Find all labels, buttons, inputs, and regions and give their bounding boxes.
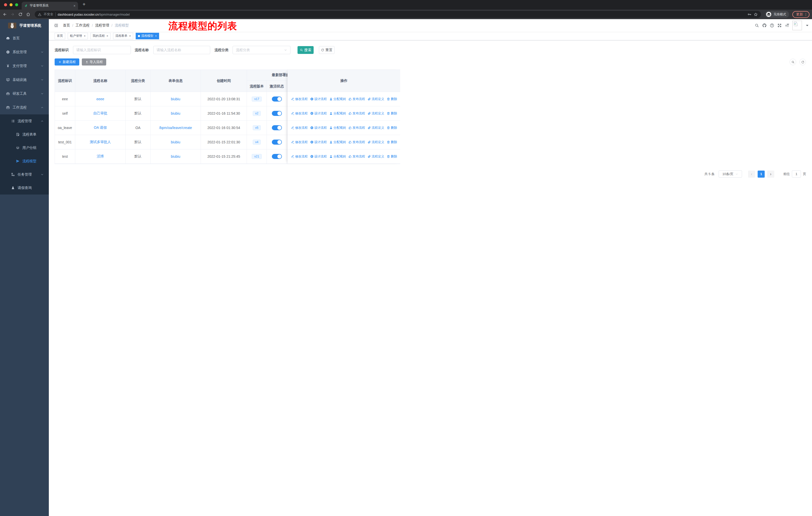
process-name-link[interactable]: 自己审批 (93, 111, 108, 116)
active-toggle[interactable] (272, 97, 282, 102)
close-tag-icon[interactable]: × (155, 34, 157, 38)
tag-首页[interactable]: 首页 (55, 33, 65, 39)
sidebar-item-支付管理[interactable]: 支付管理 (0, 59, 49, 73)
collapse-sidebar-icon[interactable] (54, 23, 59, 28)
category-select[interactable]: 流程分类 (233, 46, 290, 54)
action-修改流程[interactable]: 修改流程 (291, 97, 308, 101)
action-发布流程[interactable]: 发布流程 (348, 155, 365, 159)
home-icon[interactable] (26, 12, 30, 17)
address-bar[interactable]: 不安全 dashboard.yudao.iocoder.cn/bpm/manag… (35, 11, 406, 18)
action-设计流程[interactable]: 设计流程 (310, 97, 327, 101)
action-label: 发布流程 (353, 140, 365, 144)
action-分配规则[interactable]: 分配规则 (329, 140, 346, 144)
action-流程定义[interactable]: 流程定义 (368, 155, 384, 159)
action-分配规则[interactable]: 分配规则 (329, 97, 346, 101)
action-修改流程[interactable]: 修改流程 (291, 126, 308, 130)
action-流程定义[interactable]: 流程定义 (368, 97, 384, 101)
form-info-link[interactable]: biubiu (171, 155, 180, 159)
sidebar-item-请假查询[interactable]: 请假查询 (0, 181, 49, 194)
process-id-input[interactable]: 请输入流程标识 (73, 46, 131, 54)
gear-icon (310, 97, 314, 101)
action-删除[interactable]: 删除 (387, 126, 397, 130)
minimize-window-button[interactable] (9, 3, 12, 6)
browser-tab[interactable]: 芋道管理系统 × (22, 2, 78, 9)
action-流程定义[interactable]: 流程定义 (368, 140, 384, 144)
active-toggle[interactable] (272, 111, 282, 116)
sidebar-item-流程模型[interactable]: 流程模型 (0, 155, 49, 168)
active-toggle[interactable] (272, 125, 282, 130)
process-name-input[interactable]: 请输入流程名称 (153, 46, 210, 54)
action-修改流程[interactable]: 修改流程 (291, 155, 308, 159)
process-name-link[interactable]: OA 请假 (94, 126, 107, 130)
tag-我的流程[interactable]: 我的流程× (90, 33, 111, 39)
sidebar-item-用户分组[interactable]: 用户分组 (0, 141, 49, 155)
security-warning-icon[interactable] (38, 12, 41, 17)
sidebar-item-系统管理[interactable]: 系统管理 (0, 45, 49, 59)
action-流程定义[interactable]: 流程定义 (368, 126, 384, 130)
sidebar-item-首页[interactable]: 首页 (0, 31, 49, 45)
tag-租户管理[interactable]: 租户管理× (68, 33, 88, 39)
import-process-button[interactable]: 导入流程 (82, 58, 106, 65)
reload-icon[interactable] (18, 12, 23, 17)
form-info-link[interactable]: biubiu (171, 140, 180, 144)
action-发布流程[interactable]: 发布流程 (348, 126, 365, 130)
sidebar-item-流程表单[interactable]: 流程表单 (0, 128, 49, 141)
action-修改流程[interactable]: 修改流程 (291, 140, 308, 144)
tag-流程模型[interactable]: 流程模型× (136, 33, 159, 39)
process-name-link[interactable]: 测试多审批人 (90, 140, 111, 144)
process-name-link[interactable]: 滔博 (97, 154, 104, 159)
action-发布流程[interactable]: 发布流程 (348, 140, 365, 144)
form-info-link[interactable]: biubiu (171, 111, 180, 115)
action-设计流程[interactable]: 设计流程 (310, 126, 327, 130)
active-toggle[interactable] (272, 154, 282, 159)
action-流程定义[interactable]: 流程定义 (368, 111, 384, 116)
sidebar-logo[interactable]: 芋道管理系统 (0, 19, 49, 32)
action-删除[interactable]: 删除 (387, 97, 397, 101)
breadcrumb-item[interactable]: 工作流程 (76, 23, 90, 28)
search-button[interactable]: 搜索 (297, 46, 314, 54)
yen-icon (6, 64, 10, 68)
new-tab-button[interactable]: + (83, 1, 86, 7)
action-分配规则[interactable]: 分配规则 (329, 126, 346, 130)
gear-icon (310, 155, 314, 158)
sidebar-item-流程管理[interactable]: 流程管理 (0, 114, 49, 128)
active-toggle[interactable] (272, 140, 282, 145)
version-cell: v2 (247, 106, 267, 120)
close-tag-icon[interactable]: × (107, 34, 108, 38)
breadcrumb-item[interactable]: 首页 (63, 23, 70, 28)
forward-icon[interactable] (10, 12, 15, 17)
action-发布流程[interactable]: 发布流程 (348, 97, 365, 101)
action-删除[interactable]: 删除 (387, 111, 397, 116)
sidebar-item-任务管理[interactable]: 任务管理 (0, 168, 49, 181)
sidebar-item-工作流程[interactable]: 工作流程 (0, 101, 49, 114)
close-tag-icon[interactable]: × (84, 34, 86, 38)
process-id-cell: self (55, 106, 75, 120)
action-label: 流程定义 (372, 111, 384, 116)
action-发布流程[interactable]: 发布流程 (348, 111, 365, 116)
close-tab-icon[interactable]: × (74, 4, 76, 8)
process-name-link[interactable]: eeee (96, 97, 104, 101)
action-分配规则[interactable]: 分配规则 (329, 155, 346, 159)
sidebar-item-基础设施[interactable]: 基础设施 (0, 73, 49, 87)
create-process-button[interactable]: 新建流程 (55, 58, 79, 65)
action-设计流程[interactable]: 设计流程 (310, 155, 327, 159)
sidebar-item-label: 用户分组 (22, 146, 36, 150)
action-设计流程[interactable]: 设计流程 (310, 111, 327, 116)
close-window-button[interactable] (4, 3, 7, 6)
action-修改流程[interactable]: 修改流程 (291, 111, 308, 116)
plus-icon (58, 60, 61, 63)
action-删除[interactable]: 删除 (387, 155, 397, 159)
maximize-window-button[interactable] (15, 3, 18, 6)
back-icon[interactable] (2, 12, 7, 17)
form-info-link[interactable]: biubiu (171, 97, 180, 101)
action-删除[interactable]: 删除 (387, 140, 397, 144)
tag-流程表单[interactable]: 流程表单× (113, 33, 133, 39)
form-info-link[interactable]: /bpm/oa/leave/create (159, 126, 192, 130)
action-分配规则[interactable]: 分配规则 (329, 111, 346, 116)
reset-button[interactable]: 重置 (319, 46, 335, 54)
sidebar-item-label: 首页 (12, 36, 20, 40)
breadcrumb-item[interactable]: 流程管理 (95, 23, 109, 28)
action-设计流程[interactable]: 设计流程 (310, 140, 327, 144)
sidebar-item-研发工具[interactable]: 研发工具 (0, 87, 49, 101)
close-tag-icon[interactable]: × (129, 34, 131, 38)
